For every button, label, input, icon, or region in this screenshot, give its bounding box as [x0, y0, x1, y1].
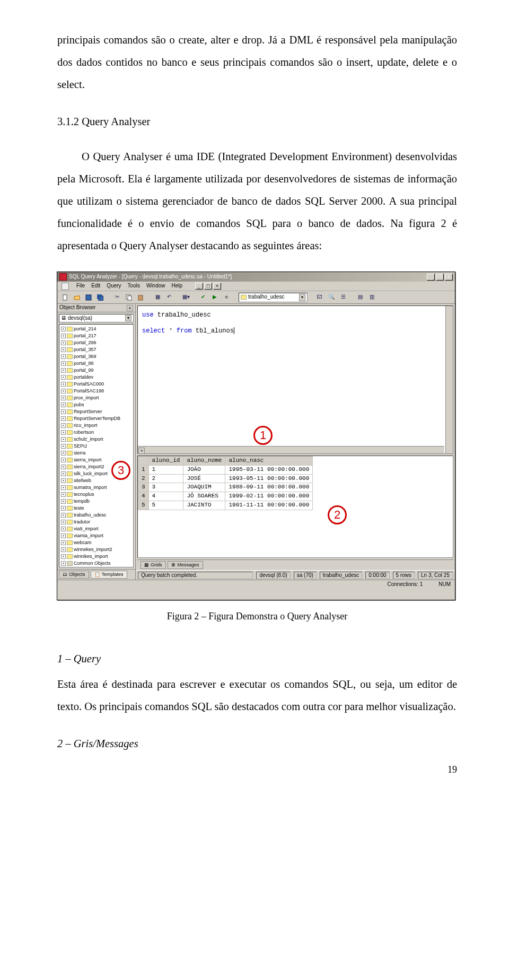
- grid-cell[interactable]: 1: [148, 465, 183, 474]
- save-all-icon[interactable]: [95, 293, 105, 302]
- table-row[interactable]: 44JÔ SOARES1999-02-11 00:00:00.000: [138, 492, 313, 501]
- grid-cell[interactable]: JÔ SOARES: [183, 492, 225, 501]
- expand-icon[interactable]: +: [61, 423, 66, 428]
- expand-icon[interactable]: +: [61, 465, 66, 469]
- tree-item[interactable]: +viamia_import: [59, 532, 133, 539]
- grid-cell[interactable]: JOÃO: [183, 465, 225, 474]
- expand-icon[interactable]: +: [61, 451, 66, 456]
- grid-cell[interactable]: JOSÉ: [183, 474, 225, 483]
- results-grid[interactable]: aluno_idaluno_nomealuno_nasc11JOÃO1995-0…: [137, 456, 453, 558]
- expand-icon[interactable]: +: [61, 334, 66, 338]
- expand-icon[interactable]: +: [61, 499, 66, 504]
- expand-icon[interactable]: +: [61, 513, 66, 518]
- tree-item[interactable]: +winnikes_import: [59, 553, 133, 560]
- tree-item[interactable]: +portal_99: [59, 367, 133, 374]
- object-browser-close-icon[interactable]: ×: [127, 305, 133, 311]
- expand-icon[interactable]: +: [61, 444, 66, 449]
- expand-icon[interactable]: +: [61, 382, 66, 387]
- expand-icon[interactable]: +: [61, 485, 66, 490]
- server-selector[interactable]: 🖥 devsql(sa) ▾: [59, 314, 134, 322]
- expand-icon[interactable]: +: [61, 409, 66, 414]
- expand-icon[interactable]: +: [61, 389, 66, 393]
- cut-icon[interactable]: ✂: [112, 293, 122, 302]
- maximize-button[interactable]: □: [436, 274, 444, 281]
- tree-item[interactable]: +ReportServerTempDB: [59, 415, 133, 422]
- expand-icon[interactable]: +: [61, 340, 66, 345]
- expand-icon[interactable]: +: [61, 437, 66, 442]
- mdi-minimize-button[interactable]: _: [195, 283, 203, 290]
- tree-item[interactable]: +tradutor: [59, 519, 133, 526]
- editor-horizontal-scrollbar[interactable]: ◂: [138, 446, 444, 453]
- object-search-icon[interactable]: 🔍: [327, 293, 336, 302]
- grid-cell[interactable]: 1901-11-11 00:00:00.000: [225, 501, 313, 510]
- tree-item[interactable]: +webcam: [59, 539, 133, 546]
- tree-item-common[interactable]: +Common Objects: [59, 560, 133, 567]
- undo-icon[interactable]: ↶: [164, 293, 174, 302]
- expand-icon[interactable]: +: [61, 396, 66, 400]
- object-browser-icon[interactable]: ☰: [338, 293, 348, 302]
- table-row[interactable]: 33JOAQUIM1988-09-11 00:00:00.000: [138, 483, 313, 492]
- grid-cell[interactable]: 1993-05-11 00:00:00.000: [225, 474, 313, 483]
- grid-column-header[interactable]: aluno_nasc: [225, 457, 313, 466]
- expand-icon[interactable]: +: [61, 458, 66, 462]
- tree-item[interactable]: +robertson: [59, 429, 133, 436]
- menu-help[interactable]: Help: [172, 283, 183, 290]
- tab-messages[interactable]: 🗎Messages: [168, 561, 203, 569]
- menu-edit[interactable]: Edit: [91, 283, 100, 290]
- tree-item[interactable]: +pubs: [59, 401, 133, 408]
- sql-editor[interactable]: use trabalho_udesc select * from tbl_alu…: [137, 305, 453, 454]
- execute-mode-icon[interactable]: ▦▾: [181, 293, 191, 302]
- tree-item[interactable]: +sierra: [59, 450, 133, 457]
- grid-column-header[interactable]: aluno_nome: [183, 457, 225, 466]
- results-pane-icon[interactable]: ▤: [355, 293, 365, 302]
- expand-icon[interactable]: +: [61, 471, 66, 476]
- expand-icon[interactable]: +: [61, 492, 66, 497]
- tree-item[interactable]: +portaldev: [59, 374, 133, 381]
- tree-item[interactable]: +tecnoplus: [59, 491, 133, 498]
- grid-cell[interactable]: 4: [148, 492, 183, 501]
- copy-icon[interactable]: [124, 293, 134, 302]
- menu-window[interactable]: Window: [146, 283, 165, 290]
- close-button[interactable]: ×: [445, 274, 453, 281]
- tree-item[interactable]: +teste: [59, 505, 133, 512]
- menu-query[interactable]: Query: [107, 283, 121, 290]
- grid-cell[interactable]: JOAQUIM: [183, 483, 225, 492]
- grid-cell[interactable]: 2: [148, 474, 183, 483]
- expand-icon[interactable]: +: [61, 368, 66, 373]
- tool-icon[interactable]: ▦: [153, 293, 162, 302]
- expand-icon[interactable]: +: [61, 375, 66, 380]
- mdi-maximize-button[interactable]: □: [204, 283, 212, 290]
- tree-item[interactable]: +portal_296: [59, 339, 133, 346]
- table-row[interactable]: 11JOÃO1995-03-11 00:00:00.000: [138, 465, 313, 474]
- paste-icon[interactable]: [136, 293, 145, 302]
- tree-item[interactable]: +winnekes_import2: [59, 546, 133, 553]
- expand-icon[interactable]: +: [61, 533, 66, 538]
- table-row[interactable]: 55JACINTO1901-11-11 00:00:00.000: [138, 501, 313, 510]
- menu-file[interactable]: File: [76, 283, 85, 290]
- minimize-button[interactable]: _: [427, 274, 435, 281]
- table-row[interactable]: 22JOSÉ1993-05-11 00:00:00.000: [138, 474, 313, 483]
- new-icon[interactable]: [60, 293, 70, 302]
- tab-grids[interactable]: ▦Grids: [141, 561, 166, 569]
- parse-icon[interactable]: ✔: [198, 293, 208, 302]
- editor-vertical-scrollbar[interactable]: [445, 306, 453, 453]
- mdi-icon[interactable]: [62, 283, 69, 290]
- stop-icon[interactable]: ■: [222, 293, 231, 302]
- mdi-close-button[interactable]: ×: [213, 283, 221, 290]
- expand-icon[interactable]: +: [61, 554, 66, 559]
- tree-item[interactable]: +schulz_import: [59, 436, 133, 443]
- grid-cell[interactable]: 5: [148, 501, 183, 510]
- save-icon[interactable]: [84, 293, 93, 302]
- grid-cell[interactable]: 1999-02-11 00:00:00.000: [225, 492, 313, 501]
- expand-icon[interactable]: +: [61, 327, 66, 331]
- tab-templates[interactable]: 📋Templates: [91, 571, 127, 579]
- execute-icon[interactable]: ▶: [210, 293, 220, 302]
- tree-item[interactable]: +portal_88: [59, 360, 133, 367]
- database-selector[interactable]: trabalho_udesc ▾: [239, 293, 308, 302]
- tree-item[interactable]: +portal_217: [59, 332, 133, 339]
- grid-cell[interactable]: 3: [148, 483, 183, 492]
- expand-icon[interactable]: +: [61, 402, 66, 407]
- grid-cell[interactable]: 1995-03-11 00:00:00.000: [225, 465, 313, 474]
- expand-icon[interactable]: +: [61, 416, 66, 421]
- expand-icon[interactable]: +: [61, 527, 66, 531]
